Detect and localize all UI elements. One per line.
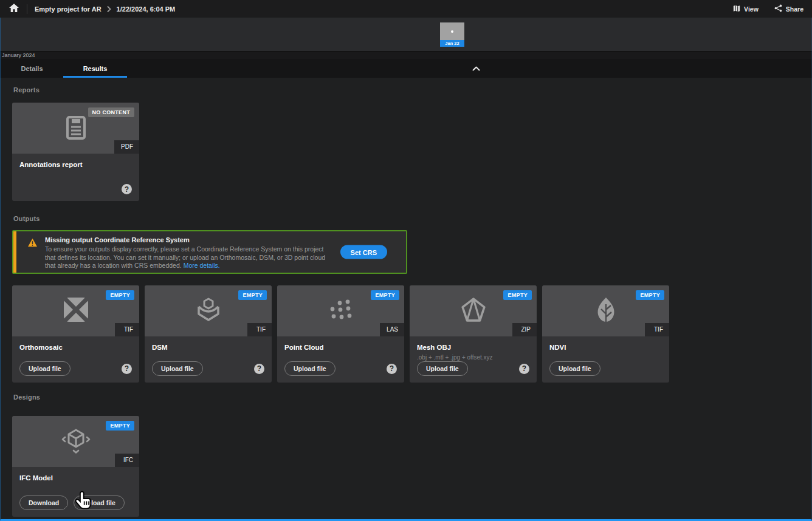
- point-cloud-icon: [329, 298, 353, 324]
- card-dsm: EMPTY TIF DSM Upload file?: [145, 285, 272, 383]
- mesh-obj-icon: [461, 297, 486, 325]
- upload-file-button[interactable]: Upload file: [417, 361, 468, 376]
- designs-cards-row: EMPTY IFC IFC Model DownloadUpload file: [12, 416, 800, 517]
- card-title: Mesh OBJ: [417, 344, 529, 351]
- map-view-icon: [733, 5, 740, 13]
- card-orthomosaic: EMPTY TIF Orthomosaic Upload file?: [12, 285, 139, 383]
- file-type-tag: TIF: [115, 323, 139, 336]
- card-ifc-model: EMPTY IFC IFC Model DownloadUpload file: [12, 416, 139, 517]
- card-title: Point Cloud: [284, 344, 397, 351]
- view-button[interactable]: View: [733, 5, 759, 13]
- view-label: View: [744, 5, 759, 13]
- card-body: Mesh OBJ .obj + .mtl + .jpg + offset.xyz…: [410, 336, 537, 383]
- file-type-tag: PDF: [114, 140, 139, 154]
- timeline-date-label: Jan 22: [440, 40, 464, 47]
- collapse-panel-button[interactable]: [469, 62, 483, 74]
- card-body: IFC Model DownloadUpload file: [12, 467, 139, 517]
- card-footer: DownloadUpload file: [19, 495, 132, 510]
- card-thumbnail: EMPTY ZIP: [410, 285, 537, 336]
- upload-file-button[interactable]: Upload file: [284, 361, 335, 376]
- timeline-date-marker[interactable]: Jan 22: [440, 22, 464, 47]
- report-document-icon: [64, 114, 88, 143]
- status-badge: EMPTY: [371, 290, 399, 300]
- home-icon: [9, 4, 19, 15]
- breadcrumb-date[interactable]: 1/22/2024, 6:04 PM: [117, 5, 176, 13]
- card-ndvi: EMPTY TIF NDVI Upload file: [542, 285, 669, 383]
- outputs-section-header: Outputs: [13, 215, 800, 222]
- orthomosaic-icon: [63, 297, 89, 325]
- status-badge: EMPTY: [503, 290, 532, 300]
- upload-file-button[interactable]: Upload file: [152, 361, 203, 376]
- share-button[interactable]: Share: [774, 4, 803, 13]
- upload-file-button[interactable]: Upload file: [74, 495, 125, 510]
- outputs-cards-row: EMPTY TIF Orthomosaic Upload file? EMPTY…: [12, 285, 800, 383]
- warning-title: Missing output Coordinate Reference Syst…: [45, 236, 190, 243]
- chevron-up-icon: [472, 63, 480, 73]
- card-mesh-obj: EMPTY ZIP Mesh OBJ .obj + .mtl + .jpg + …: [410, 285, 537, 383]
- card-title: Orthomosaic: [19, 344, 132, 351]
- card-body: DSM Upload file?: [145, 336, 272, 383]
- card-title: IFC Model: [19, 474, 132, 482]
- share-label: Share: [786, 5, 803, 13]
- status-badge: NO CONTENT: [88, 107, 135, 117]
- card-thumbnail: NO CONTENT PDF: [12, 103, 139, 154]
- file-type-tag: IFC: [115, 454, 139, 467]
- card-footer: ?: [19, 184, 132, 194]
- upload-file-button[interactable]: Upload file: [549, 361, 600, 376]
- help-icon[interactable]: ?: [122, 364, 132, 374]
- card-footer: Upload file?: [284, 361, 397, 376]
- warning-triangle-icon: [27, 238, 38, 250]
- card-body: Point Cloud Upload file?: [277, 336, 404, 383]
- timeline-thumbnail: [440, 22, 464, 40]
- card-thumbnail: EMPTY TIF: [542, 285, 669, 336]
- ndvi-leaf-icon: [595, 296, 617, 325]
- tab-bar: Details Results: [0, 59, 812, 78]
- ifc-cube-icon: [61, 427, 91, 456]
- card-title: DSM: [152, 344, 264, 351]
- upload-file-button[interactable]: Upload file: [19, 361, 71, 376]
- warning-body: To ensure your outputs display correctly…: [45, 245, 329, 270]
- card-thumbnail: EMPTY IFC: [12, 416, 139, 467]
- card-title: NDVI: [549, 344, 662, 351]
- month-label: January 2024: [2, 52, 35, 58]
- breadcrumb-project[interactable]: Empty project for AR: [35, 5, 102, 13]
- dsm-icon: [195, 298, 222, 324]
- home-button[interactable]: [9, 4, 19, 15]
- reports-cards-row: NO CONTENT PDF Annotations report ?: [12, 103, 800, 201]
- card-footer: Upload file: [549, 361, 662, 376]
- download-button[interactable]: Download: [19, 495, 68, 510]
- card-thumbnail: EMPTY TIF: [145, 285, 272, 336]
- help-icon[interactable]: ?: [254, 364, 264, 374]
- set-crs-button[interactable]: Set CRS: [340, 245, 387, 259]
- warning-accent-bar: [13, 231, 16, 273]
- timeline-month-row: January 2024: [0, 52, 812, 59]
- topbar-divider: [27, 4, 27, 14]
- status-badge: EMPTY: [636, 290, 664, 300]
- thumbnail-dot: [451, 30, 453, 33]
- status-badge: EMPTY: [106, 290, 134, 300]
- card-title: Annotations report: [19, 161, 132, 168]
- card-subtitle: .obj + .mtl + .jpg + offset.xyz: [417, 354, 529, 361]
- file-type-tag: LAS: [380, 323, 404, 336]
- designs-section-header: Designs: [13, 393, 800, 401]
- top-bar: Empty project for AR 1/22/2024, 6:04 PM …: [0, 0, 812, 18]
- card-thumbnail: EMPTY TIF: [12, 285, 139, 336]
- help-icon[interactable]: ?: [519, 364, 529, 374]
- topbar-actions: View Share: [733, 4, 803, 13]
- tab-details[interactable]: Details: [0, 59, 64, 78]
- reports-section-header: Reports: [13, 86, 800, 94]
- chevron-right-icon: [107, 6, 111, 12]
- results-panel: Reports NO CONTENT PDF Annotations repor…: [0, 78, 812, 521]
- card-footer: Upload file?: [417, 361, 529, 376]
- share-icon: [774, 4, 782, 13]
- file-type-tag: ZIP: [512, 323, 537, 336]
- card-annotations-report: NO CONTENT PDF Annotations report ?: [12, 103, 139, 201]
- help-icon[interactable]: ?: [122, 184, 132, 194]
- tab-results[interactable]: Results: [63, 59, 127, 78]
- status-badge: EMPTY: [106, 421, 134, 431]
- card-body: NDVI Upload file: [542, 336, 669, 383]
- timeline-strip[interactable]: Jan 22: [0, 18, 812, 52]
- more-details-link[interactable]: More details.: [184, 262, 220, 269]
- help-icon[interactable]: ?: [387, 364, 397, 374]
- file-type-tag: TIF: [247, 323, 272, 336]
